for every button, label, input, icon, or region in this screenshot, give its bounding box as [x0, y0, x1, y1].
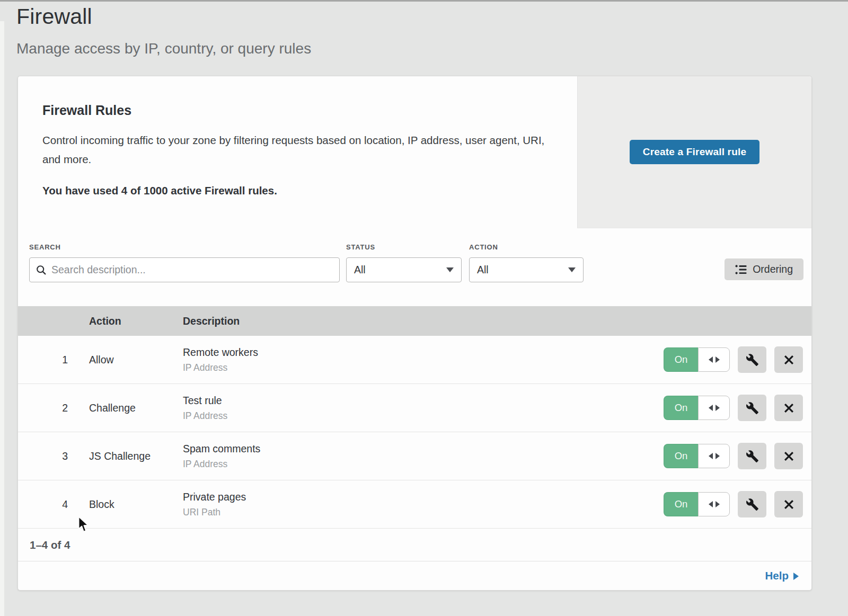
rule-action: Challenge: [89, 402, 183, 414]
close-icon: [783, 403, 794, 414]
edit-rule-button[interactable]: [738, 443, 766, 469]
table-row: 3 JS Challenge Spam comments IP Address …: [18, 432, 811, 480]
toggle-on-label: On: [664, 396, 698, 420]
chevron-down-icon: [446, 267, 454, 272]
toggle-arrows-icon: [709, 501, 713, 507]
toggle-knob[interactable]: [698, 492, 730, 516]
page-left-edge: [0, 21, 4, 616]
rule-field-type: URI Path: [183, 507, 664, 518]
toggle-knob[interactable]: [698, 444, 730, 468]
toggle-knob[interactable]: [698, 347, 730, 372]
toggle-arrows-icon: [716, 405, 720, 411]
edit-rule-button[interactable]: [738, 491, 766, 517]
search-label: SEARCH: [29, 243, 340, 251]
usage-summary: You have used 4 of 1000 active Firewall …: [42, 184, 551, 197]
rule-action: JS Challenge: [89, 450, 183, 462]
filter-section: SEARCH STATUS All ACTION All: [18, 228, 811, 306]
rule-priority: 2: [18, 402, 89, 414]
description-column-header: Description: [183, 315, 811, 327]
create-firewall-rule-button[interactable]: Create a Firewall rule: [630, 140, 760, 164]
rule-controls: On: [664, 346, 811, 373]
rule-controls: On: [664, 491, 811, 517]
action-column-header: Action: [89, 315, 183, 327]
action-select[interactable]: All: [469, 257, 584, 282]
table-row: 1 Allow Remote workers IP Address On: [18, 336, 811, 384]
info-description: Control incoming traffic to your zone by…: [42, 131, 546, 169]
rule-field-type: IP Address: [183, 459, 664, 470]
rule-description-cell: Remote workers IP Address: [183, 346, 664, 373]
page-subtitle: Manage access by IP, country, or query r…: [16, 40, 311, 57]
status-select[interactable]: All: [346, 257, 462, 282]
play-right-icon: [793, 573, 799, 580]
toggle-arrows-icon: [716, 453, 720, 459]
rule-enabled-toggle[interactable]: On: [664, 347, 730, 372]
card-footer: Help: [18, 561, 811, 590]
rule-description: Test rule: [183, 395, 664, 407]
rule-priority: 3: [18, 450, 89, 462]
rule-description: Private pages: [183, 491, 664, 503]
wrench-icon: [746, 353, 759, 367]
info-heading: Firewall Rules: [42, 103, 551, 118]
status-filter-group: STATUS All: [346, 243, 462, 306]
close-icon: [783, 499, 794, 510]
edit-rule-button[interactable]: [738, 395, 766, 421]
search-icon: [36, 265, 47, 275]
pagination-text: 1–4 of 4: [30, 539, 70, 551]
table-header-row: Action Description: [18, 306, 811, 336]
wrench-icon: [746, 401, 759, 415]
wrench-icon: [746, 450, 759, 463]
ordering-list-icon: [735, 264, 747, 275]
delete-rule-button[interactable]: [774, 346, 803, 373]
table-row: 2 Challenge Test rule IP Address On: [18, 384, 811, 432]
page-header: Firewall Manage access by IP, country, o…: [16, 4, 311, 57]
rule-description-cell: Private pages URI Path: [183, 491, 664, 518]
search-filter-group: SEARCH: [29, 243, 340, 306]
rule-priority: 4: [18, 498, 89, 511]
toggle-arrows-icon: [709, 356, 713, 363]
page-title: Firewall: [16, 4, 311, 29]
rule-action: Allow: [89, 354, 183, 366]
help-link[interactable]: Help: [765, 569, 799, 582]
rule-enabled-toggle[interactable]: On: [664, 396, 730, 420]
delete-rule-button[interactable]: [774, 395, 803, 421]
rule-description-cell: Test rule IP Address: [183, 395, 664, 422]
info-section: Firewall Rules Control incoming traffic …: [18, 76, 811, 228]
rule-field-type: IP Address: [183, 410, 664, 422]
toggle-arrows-icon: [709, 453, 713, 459]
toggle-knob[interactable]: [698, 396, 730, 420]
create-rule-panel: Create a Firewall rule: [577, 76, 811, 228]
rule-enabled-toggle[interactable]: On: [664, 444, 730, 468]
close-icon: [783, 354, 794, 365]
rule-description: Spam comments: [183, 443, 664, 455]
window-top-edge: [0, 0, 848, 2]
status-select-value: All: [354, 264, 366, 276]
rule-description: Remote workers: [183, 346, 664, 359]
edit-rule-button[interactable]: [738, 346, 766, 373]
rules-table-body: 1 Allow Remote workers IP Address On: [18, 336, 811, 529]
delete-rule-button[interactable]: [774, 491, 803, 517]
ordering-button-label: Ordering: [753, 263, 793, 275]
chevron-down-icon: [568, 267, 576, 272]
search-input[interactable]: [51, 264, 333, 276]
rule-description-cell: Spam comments IP Address: [183, 443, 664, 470]
toggle-on-label: On: [664, 444, 698, 468]
delete-rule-button[interactable]: [774, 443, 803, 469]
action-select-value: All: [477, 264, 489, 276]
table-row: 4 Block Private pages URI Path On: [18, 480, 811, 529]
toggle-arrows-icon: [716, 501, 720, 507]
action-filter-group: ACTION All: [469, 243, 584, 306]
rule-controls: On: [664, 395, 811, 421]
pagination-bar: 1–4 of 4: [18, 529, 811, 561]
rule-controls: On: [664, 443, 811, 469]
rule-priority: 1: [18, 354, 89, 366]
close-icon: [783, 451, 794, 462]
ordering-button[interactable]: Ordering: [725, 258, 803, 280]
rule-enabled-toggle[interactable]: On: [664, 492, 730, 516]
search-box[interactable]: [29, 257, 340, 282]
firewall-rules-card: Firewall Rules Control incoming traffic …: [17, 76, 812, 591]
rule-action: Block: [89, 498, 183, 511]
rule-field-type: IP Address: [183, 362, 664, 373]
info-text-block: Firewall Rules Control incoming traffic …: [42, 103, 551, 197]
help-link-label: Help: [765, 569, 789, 582]
status-label: STATUS: [346, 243, 462, 251]
